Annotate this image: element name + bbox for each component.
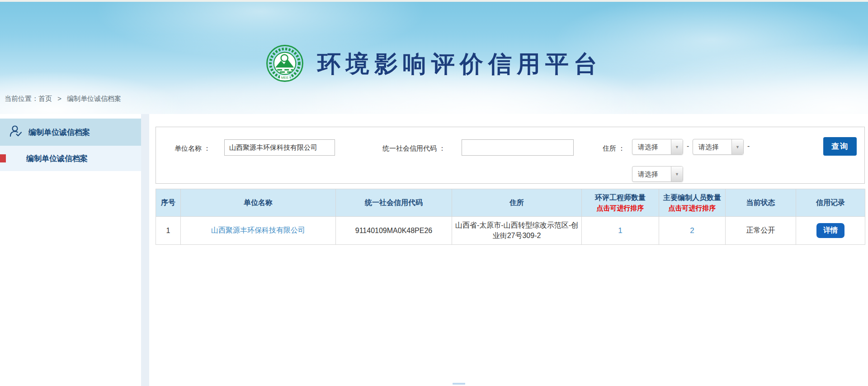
chevron-down-icon[interactable]: ▼ [731,139,743,154]
banner-top-strip [0,0,868,2]
table-row: 1 山西聚源丰环保科技有限公司 91140109MA0K48PE26 山西省-太… [156,217,865,245]
header-address: 住所 [452,189,582,217]
header-engineer-count-sort[interactable]: 环评工程师数量 点击可进行排序 [582,189,659,217]
header-engineer-count-label: 环评工程师数量 [582,193,659,203]
unit-name-link[interactable]: 山西聚源丰环保科技有限公司 [211,226,305,234]
sidebar-group-header[interactable]: 编制单位诚信档案 [0,119,141,146]
content-area: 编制单位诚信档案 编制单位诚信档案 单位名称 ： 统一社会信用代码 ： 住所 ：… [0,114,868,386]
province-select[interactable]: 请选择 ▼ [632,139,683,155]
header-status: 当前状态 [726,189,796,217]
breadcrumb: 当前位置：首页 > 编制单位诚信档案 [5,95,121,103]
sidebar: 编制单位诚信档案 编制单位诚信档案 [0,119,141,171]
row-index: 1 [156,217,181,245]
credit-code-input[interactable] [462,139,574,156]
address-value: 山西省-太原市-山西转型综改示范区-创业街27号309-2 [452,217,582,245]
table-header-row: 序号 单位名称 统一社会信用代码 住所 环评工程师数量 点击可进行排序 主要编制… [156,189,865,217]
staff-count-link[interactable]: 2 [690,226,694,235]
engineer-count-link[interactable]: 1 [618,226,622,235]
unit-name-label: 单位名称 ： [175,144,210,153]
status-value: 正常公开 [726,217,796,245]
staff-sort-hint: 点击可进行排序 [659,204,725,213]
city-select[interactable]: 请选择 ▼ [693,139,744,155]
query-button[interactable]: 查询 [823,137,857,156]
logo-mee-text: MEE [281,76,288,80]
active-item-marker [0,154,6,162]
sidebar-item-label: 编制单位诚信档案 [0,153,88,164]
breadcrumb-current: 编制单位诚信档案 [67,95,121,102]
address-dash-2: - [747,142,750,150]
sidebar-divider [141,114,149,386]
page-bottom-artifact [453,383,465,385]
district-select[interactable]: 请选择 ▼ [632,166,683,182]
header-staff-count-label: 主要编制人员数量 [659,193,725,203]
sidebar-group-label: 编制单位诚信档案 [28,127,90,138]
province-select-value: 请选择 [632,139,671,154]
header-unit-name: 单位名称 [181,189,336,217]
page: MEE 环境影响评价信用平台 当前位置：首页 > 编制单位诚信档案 [0,0,868,386]
address-label: 住所 ： [603,144,625,153]
search-form-panel: 单位名称 ： 统一社会信用代码 ： 住所 ： 请选择 ▼ - 请选择 ▼ - 请… [156,127,865,184]
header-index: 序号 [156,189,181,217]
header-credit-code: 统一社会信用代码 [336,189,452,217]
mee-logo-icon: MEE [266,44,304,84]
user-check-icon [9,124,23,140]
detail-button[interactable]: 详情 [816,223,844,238]
city-select-value: 请选择 [693,139,731,154]
header-credit-record: 信用记录 [796,189,865,217]
sidebar-item-credit-archive[interactable]: 编制单位诚信档案 [0,146,141,171]
chevron-down-icon[interactable]: ▼ [671,139,683,154]
unit-name-input[interactable] [224,139,335,156]
chevron-down-icon[interactable]: ▼ [671,167,683,181]
breadcrumb-home-link[interactable]: 首页 [38,95,52,102]
results-table: 序号 单位名称 统一社会信用代码 住所 环评工程师数量 点击可进行排序 主要编制… [156,189,865,245]
engineer-sort-hint: 点击可进行排序 [582,204,659,213]
credit-code-value: 91140109MA0K48PE26 [336,217,452,245]
main-panel: 单位名称 ： 统一社会信用代码 ： 住所 ： 请选择 ▼ - 请选择 ▼ - 请… [149,114,868,386]
address-dash-1: - [687,142,689,150]
breadcrumb-separator: > [57,95,61,102]
header-staff-count-sort[interactable]: 主要编制人员数量 点击可进行排序 [659,189,726,217]
district-select-value: 请选择 [632,167,671,181]
breadcrumb-prefix: 当前位置： [5,95,38,102]
page-title: 环境影响评价信用平台 [317,48,602,80]
credit-code-label: 统一社会信用代码 ： [382,144,445,153]
brand: MEE 环境影响评价信用平台 [266,44,602,84]
sky-banner: MEE 环境影响评价信用平台 当前位置：首页 > 编制单位诚信档案 [0,0,868,114]
